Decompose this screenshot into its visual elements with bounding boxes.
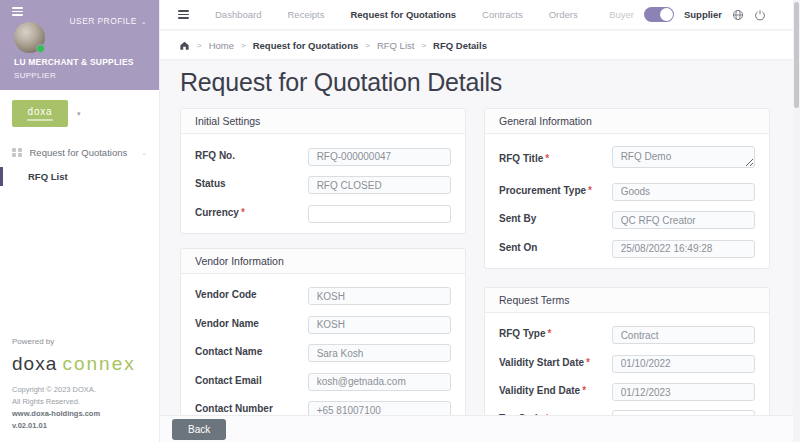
power-icon[interactable] bbox=[754, 9, 766, 21]
sidebar-subitem-label: RFQ List bbox=[28, 171, 68, 182]
panel-general-information: General Information RFQ Title* RFQ Demo … bbox=[484, 108, 770, 269]
rfq-type-input[interactable] bbox=[612, 326, 755, 344]
breadcrumb-request-for-quotations[interactable]: Request for Quotations bbox=[253, 40, 359, 51]
buyer-label: Buyer bbox=[609, 9, 634, 20]
breadcrumb-rfq-list[interactable]: RFQ List bbox=[377, 40, 414, 51]
vendor-name-input[interactable] bbox=[308, 316, 451, 334]
rfq-title-textarea[interactable]: RFQ Demo bbox=[612, 146, 755, 168]
field-label: Procurement Type bbox=[499, 185, 586, 196]
user-profile-label: USER PROFILE bbox=[70, 16, 137, 26]
rights-text: All Rights Reserved. bbox=[12, 396, 153, 408]
nav-hamburger-icon[interactable] bbox=[178, 8, 189, 21]
breadcrumb-rfq-details[interactable]: RFQ Details bbox=[433, 40, 487, 51]
panel-title: General Information bbox=[485, 109, 769, 134]
panel-initial-settings: Initial Settings RFQ No. Status bbox=[180, 108, 466, 234]
buyer-supplier-toggle[interactable] bbox=[644, 7, 674, 22]
field-label: Vendor Name bbox=[195, 318, 259, 329]
field-label: Status bbox=[195, 178, 226, 189]
top-navigation: Dashboard Receipts Request for Quotation… bbox=[160, 0, 800, 30]
currency-input[interactable] bbox=[308, 205, 451, 223]
field-vendor-code: Vendor Code bbox=[195, 286, 451, 306]
brand-connex: connex bbox=[62, 353, 135, 374]
doxa-logo[interactable]: doxa bbox=[12, 100, 68, 127]
required-asterisk: * bbox=[582, 385, 586, 396]
breadcrumb-separator: > bbox=[365, 41, 370, 50]
required-asterisk: * bbox=[586, 357, 590, 368]
grid-icon bbox=[12, 148, 22, 158]
field-rfq-no: RFQ No. bbox=[195, 146, 451, 166]
user-profile-panel: USER PROFILE ⌄ LU MERCHANT & SUPPLIES SU… bbox=[0, 0, 159, 90]
field-procurement-type: Procurement Type* bbox=[499, 181, 755, 201]
sidebar-item-request-for-quotations[interactable]: Request for Quotations ⌄ bbox=[0, 141, 159, 164]
breadcrumb: > Home > Request for Quotations > RFQ Li… bbox=[160, 31, 800, 59]
scrollbar-thumb[interactable] bbox=[794, 2, 799, 108]
field-label: Contact Number bbox=[195, 403, 273, 414]
procurement-type-input[interactable] bbox=[612, 183, 755, 201]
nav-item-request-for-quotations[interactable]: Request for Quotations bbox=[350, 9, 456, 20]
field-label: Contact Email bbox=[195, 375, 262, 386]
contact-name-input[interactable] bbox=[308, 344, 451, 362]
sidebar-item-rfq-list[interactable]: RFQ List bbox=[0, 164, 159, 189]
globe-icon[interactable] bbox=[732, 9, 744, 21]
field-label: RFQ No. bbox=[195, 150, 235, 161]
breadcrumb-separator: > bbox=[197, 41, 202, 50]
nav-item-orders[interactable]: Orders bbox=[549, 9, 578, 20]
toggle-knob bbox=[660, 8, 673, 21]
vendor-code-input[interactable] bbox=[308, 287, 451, 305]
field-currency: Currency* bbox=[195, 203, 451, 223]
panel-title: Initial Settings bbox=[181, 109, 465, 134]
sidebar-item-label: Request for Quotations bbox=[30, 147, 128, 158]
action-bar: Back bbox=[160, 415, 800, 442]
sent-by-input[interactable] bbox=[612, 211, 755, 229]
validity-end-date-input[interactable] bbox=[612, 383, 755, 401]
supplier-label: Supplier bbox=[684, 9, 722, 20]
field-label: Contact Name bbox=[195, 346, 262, 357]
panel-vendor-information: Vendor Information Vendor Code Vendor Na… bbox=[180, 248, 466, 416]
status-input[interactable] bbox=[308, 176, 451, 194]
brand-logo: doxa connex bbox=[12, 353, 153, 375]
field-label: Sent On bbox=[499, 242, 537, 253]
user-profile-dropdown[interactable]: USER PROFILE ⌄ bbox=[70, 16, 147, 26]
sent-on-input[interactable] bbox=[612, 240, 755, 258]
back-button[interactable]: Back bbox=[172, 419, 226, 440]
page-content: Request for Quotation Details Initial Se… bbox=[160, 59, 800, 415]
panel-request-terms: Request Terms RFQ Type* Validity Start D… bbox=[484, 287, 770, 416]
caret-down-icon[interactable]: ▾ bbox=[77, 110, 81, 118]
right-column: General Information RFQ Title* RFQ Demo … bbox=[484, 108, 770, 415]
nav-links: Dashboard Receipts Request for Quotation… bbox=[215, 9, 578, 20]
nav-item-dashboard[interactable]: Dashboard bbox=[215, 9, 261, 20]
contact-email-input[interactable] bbox=[308, 373, 451, 391]
nav-item-contracts[interactable]: Contracts bbox=[482, 9, 523, 20]
required-asterisk: * bbox=[588, 185, 592, 196]
rfq-no-input[interactable] bbox=[308, 148, 451, 166]
brand-doxa: doxa bbox=[12, 353, 57, 374]
chevron-down-icon: ⌄ bbox=[141, 18, 147, 25]
field-sent-by: Sent By bbox=[499, 210, 755, 230]
field-sent-on: Sent On bbox=[499, 238, 755, 258]
breadcrumb-home[interactable]: Home bbox=[209, 40, 234, 51]
version-text: v.02.01.01 bbox=[12, 420, 153, 432]
copyright-text: Copyright © 2023 DOXA. bbox=[12, 384, 153, 396]
sidebar-menu: Request for Quotations ⌄ RFQ List bbox=[0, 141, 159, 189]
website-link[interactable]: www.doxa-holdings.com bbox=[12, 408, 153, 420]
contact-number-input[interactable] bbox=[308, 401, 451, 415]
field-rfq-type: RFQ Type* bbox=[499, 325, 755, 345]
field-label: Currency bbox=[195, 207, 239, 218]
validity-start-date-input[interactable] bbox=[612, 355, 755, 373]
company-name: LU MERCHANT & SUPPLIES bbox=[14, 57, 134, 67]
breadcrumb-separator: > bbox=[241, 41, 246, 50]
field-label: Sent By bbox=[499, 213, 536, 224]
nav-item-receipts[interactable]: Receipts bbox=[287, 9, 324, 20]
home-icon[interactable] bbox=[179, 40, 190, 51]
app-window: USER PROFILE ⌄ LU MERCHANT & SUPPLIES SU… bbox=[0, 0, 800, 442]
field-label: Validity Start Date bbox=[499, 357, 584, 368]
panel-title: Request Terms bbox=[485, 288, 769, 313]
doxa-logo-text: doxa bbox=[28, 107, 53, 117]
sidebar-footer: Powered by doxa connex Copyright © 2023 … bbox=[12, 337, 153, 432]
field-rfq-title: RFQ Title* RFQ Demo bbox=[499, 146, 755, 172]
field-label: RFQ Type bbox=[499, 328, 545, 339]
nav-right-controls: Buyer Supplier bbox=[609, 7, 782, 22]
field-contact-name: Contact Name bbox=[195, 343, 451, 363]
scrollbar[interactable] bbox=[793, 0, 800, 442]
sidebar-hamburger-icon[interactable] bbox=[12, 5, 23, 18]
